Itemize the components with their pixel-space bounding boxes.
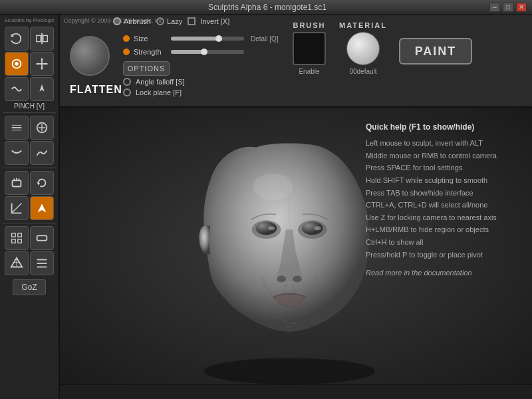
angle-falloff-option[interactable]: Angle falloff [S]	[123, 78, 185, 86]
tool-draw[interactable]	[5, 52, 29, 76]
tool-scale[interactable]	[5, 196, 29, 220]
tool-crease[interactable]	[5, 141, 29, 165]
svg-point-42	[268, 226, 275, 230]
tool-row-3	[5, 77, 54, 101]
tool-row-7	[5, 196, 54, 220]
maximize-button[interactable]: □	[503, 3, 513, 12]
quick-help-item: H+LMB/RMB to hide region or objects	[366, 224, 525, 236]
svg-point-39	[277, 276, 286, 283]
quick-help-item: Ctrl+H to show all	[366, 237, 525, 249]
brush-section: BRUSH Enable	[293, 21, 326, 75]
pinch-label: PINCH [V]	[14, 102, 45, 110]
svg-marker-9	[39, 84, 44, 92]
svg-rect-23	[18, 233, 22, 237]
quick-help-item: Press/hold P to toggle or place pivot	[366, 249, 525, 261]
tool-move[interactable]	[30, 52, 54, 76]
quick-help-more: Read more in the documentation	[366, 267, 525, 279]
left-sidebar: Sculptris by Pixologic PINCH [V]	[0, 15, 60, 399]
svg-line-21	[12, 203, 22, 213]
quick-help-item: Hold SHIFT while sculpting to smooth	[366, 175, 525, 187]
quick-help-panel: Quick help (F1 to show/hide) Left mouse …	[366, 121, 525, 279]
tool-row-8	[5, 226, 54, 250]
brush-preview	[70, 36, 110, 76]
lock-plane-option[interactable]: Lock plane [F]	[123, 88, 185, 96]
tool-select2[interactable]	[30, 226, 54, 250]
secondary-options: Angle falloff [S] Lock plane [F]	[123, 78, 185, 96]
tool-inflate[interactable]	[30, 116, 54, 140]
svg-rect-22	[12, 233, 16, 237]
quick-help-item: Use Z for locking camera to nearest axis	[366, 212, 525, 224]
brush-icon[interactable]	[293, 32, 326, 65]
options-button[interactable]: OPTIONS	[123, 61, 170, 76]
paint-button[interactable]: PAINT	[399, 38, 472, 65]
svg-marker-7	[36, 63, 39, 66]
tool-row-9	[5, 251, 54, 275]
material-section: MATERIAL 00default	[339, 21, 387, 75]
invert-option[interactable]: Invert [X]	[188, 17, 229, 25]
lock-plane-checkbox[interactable]	[123, 88, 131, 96]
svg-rect-16	[13, 181, 21, 187]
logo-area: Sculptris by Pixologic	[4, 17, 55, 24]
quick-help-item: CTRL+A, CTRL+D will select all/none	[366, 200, 525, 211]
quick-help-list: Left mouse to sculpt, invert with ALTMid…	[366, 138, 525, 261]
size-dot	[123, 35, 130, 42]
minimize-button[interactable]: –	[489, 3, 500, 12]
svg-rect-1	[37, 36, 41, 42]
lazy-checkbox[interactable]	[156, 17, 164, 25]
tool-flatten[interactable]	[5, 116, 29, 140]
tool-mesh2[interactable]	[30, 251, 54, 275]
sidebar-sep-2	[3, 168, 56, 168]
tool-symmetry[interactable]	[30, 27, 54, 51]
tool-row-2	[5, 52, 54, 76]
svg-rect-24	[12, 239, 16, 243]
quick-help-title: Quick help (F1 to show/hide)	[366, 121, 525, 134]
tool-row-5	[5, 141, 54, 165]
quick-help-item: Press TAB to show/hide interface	[366, 188, 525, 200]
flatten-label: FLATTEN	[70, 84, 122, 96]
tool-row-4	[5, 116, 54, 140]
top-options-row: Airbrush Lazy Invert [X]	[113, 17, 229, 25]
strength-dot	[123, 49, 130, 55]
tool-active[interactable]	[30, 196, 54, 220]
sliders-container: Size Detail [Q] Strength OPTIONS	[123, 35, 279, 76]
material-sphere[interactable]	[346, 32, 380, 65]
svg-marker-8	[46, 63, 49, 66]
svg-point-33	[203, 358, 375, 384]
airbrush-checkbox[interactable]	[113, 17, 121, 25]
invert-checkbox[interactable]	[188, 17, 196, 25]
tool-grab[interactable]	[5, 171, 29, 195]
sidebar-sep-3	[3, 223, 56, 223]
viewport: Quick help (F1 to show/hide) Left mouse …	[60, 108, 532, 384]
svg-marker-6	[41, 68, 43, 70]
sidebar-sep-1	[3, 112, 56, 113]
close-button[interactable]: ✕	[516, 3, 527, 12]
tool-pinch[interactable]	[30, 77, 54, 101]
size-slider[interactable]	[171, 37, 244, 41]
titlebar-controls: – □ ✕	[489, 3, 527, 12]
lazy-option[interactable]: Lazy	[156, 17, 182, 25]
tool-smooth[interactable]	[5, 77, 29, 101]
svg-rect-25	[18, 239, 22, 243]
quick-help-item: Middle mouse or RMB to control camera	[366, 150, 525, 162]
svg-marker-20	[37, 182, 41, 186]
svg-point-4	[15, 63, 19, 66]
tool-select1[interactable]	[5, 226, 29, 250]
airbrush-option[interactable]: Airbrush	[113, 17, 151, 25]
quick-help-item: Left mouse to sculpt, invert with ALT	[366, 138, 525, 150]
svg-marker-5	[41, 58, 43, 61]
tool-rotate[interactable]	[30, 171, 54, 195]
tool-undo[interactable]	[5, 27, 29, 51]
angle-falloff-checkbox[interactable]	[123, 78, 131, 86]
statusbar: 29232 triangles	[0, 384, 532, 399]
tool-row-6	[5, 171, 54, 195]
goz-button[interactable]: GoZ	[13, 279, 46, 295]
tool-clay[interactable]	[30, 141, 54, 165]
strength-slider[interactable]	[171, 50, 244, 54]
tool-row-1	[5, 27, 54, 51]
svg-point-40	[293, 276, 302, 283]
tool-mesh1[interactable]	[5, 251, 29, 275]
svg-rect-26	[37, 236, 47, 241]
quick-help-item: Press SPACE for tool settings	[366, 162, 525, 174]
size-slider-row: Size Detail [Q]	[123, 35, 279, 43]
titlebar-title: Sculptris Alpha 6 - monigote1.sc1	[45, 3, 489, 12]
